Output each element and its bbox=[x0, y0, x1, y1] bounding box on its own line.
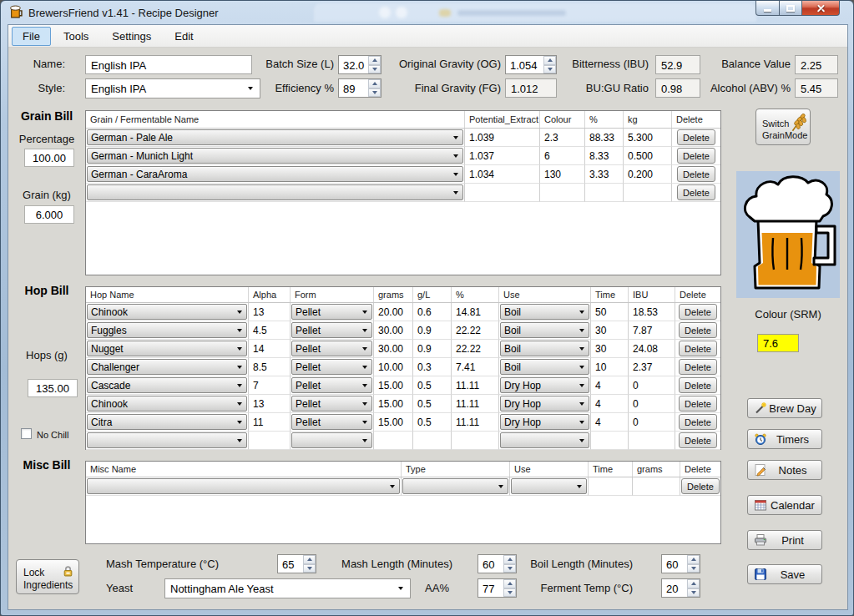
spin-down-button[interactable] bbox=[503, 564, 516, 573]
grain-pct-cell[interactable]: 88.33 bbox=[585, 129, 624, 147]
hop-alpha-cell[interactable]: 13 bbox=[249, 303, 291, 321]
hop-name-select[interactable] bbox=[87, 432, 247, 448]
menu-tools[interactable]: Tools bbox=[53, 27, 99, 46]
hop-name-select[interactable]: Nugget bbox=[87, 341, 247, 356]
hop-pct-cell[interactable]: 22.22 bbox=[452, 321, 499, 340]
misc-grams-cell[interactable] bbox=[633, 477, 680, 496]
hop-name-select[interactable]: Challenger bbox=[87, 359, 247, 375]
hop-ibu-cell[interactable]: 18.53 bbox=[629, 303, 675, 321]
delete-row-button[interactable]: Delete bbox=[679, 377, 717, 393]
save-button[interactable]: Save bbox=[747, 564, 822, 584]
spin-up-button[interactable] bbox=[503, 555, 516, 564]
hop-use-select[interactable]: Boil bbox=[500, 322, 589, 338]
spin-down-button[interactable] bbox=[303, 564, 316, 573]
spin-up-button[interactable] bbox=[687, 579, 700, 588]
grain-name-select[interactable]: German - CaraAroma bbox=[87, 166, 463, 182]
hop-time-cell[interactable] bbox=[591, 432, 629, 450]
delete-row-button[interactable]: Delete bbox=[677, 184, 715, 200]
delete-row-button[interactable]: Delete bbox=[677, 166, 715, 182]
hop-pct-cell[interactable] bbox=[452, 432, 499, 450]
delete-row-button[interactable]: Delete bbox=[677, 129, 715, 145]
hop-gl-cell[interactable]: 0.5 bbox=[413, 395, 452, 413]
delete-row-button[interactable]: Delete bbox=[679, 432, 717, 448]
hop-grams-cell[interactable] bbox=[374, 432, 413, 450]
delete-row-button[interactable]: Delete bbox=[679, 322, 717, 338]
grain-colour-cell[interactable]: 130 bbox=[540, 165, 585, 184]
spin-up-button[interactable] bbox=[303, 555, 316, 564]
spin-down-button[interactable] bbox=[368, 88, 381, 98]
hop-ibu-cell[interactable]: 0 bbox=[629, 395, 675, 413]
hop-time-cell[interactable]: 30 bbox=[591, 321, 629, 340]
spin-up-button[interactable] bbox=[543, 56, 556, 65]
hop-ibu-cell[interactable]: 2.37 bbox=[629, 358, 675, 376]
hop-alpha-cell[interactable]: 8.5 bbox=[249, 358, 291, 376]
hop-form-select[interactable]: Pellet bbox=[291, 359, 372, 375]
hop-gl-cell[interactable] bbox=[413, 432, 452, 450]
hop-alpha-cell[interactable]: 4.5 bbox=[249, 321, 291, 340]
close-button[interactable] bbox=[802, 1, 840, 16]
hop-time-cell[interactable]: 10 bbox=[591, 358, 629, 376]
brew-day-button[interactable]: Brew Day bbox=[747, 398, 822, 418]
hop-name-select[interactable]: Chinook bbox=[87, 304, 247, 320]
grain-extract-cell[interactable] bbox=[465, 184, 540, 202]
hop-use-select[interactable]: Dry Hop bbox=[500, 414, 589, 430]
grain-pct-cell[interactable] bbox=[585, 184, 624, 202]
hop-time-cell[interactable]: 4 bbox=[591, 413, 629, 432]
spin-up-button[interactable] bbox=[368, 79, 381, 88]
menu-edit[interactable]: Edit bbox=[164, 27, 204, 46]
hop-pct-cell[interactable]: 22.22 bbox=[452, 340, 499, 358]
switch-grain-mode-button[interactable]: SwitchGrainMode bbox=[755, 109, 811, 145]
hop-form-select[interactable]: Pellet bbox=[291, 322, 372, 338]
hop-pct-cell[interactable]: 11.11 bbox=[452, 395, 499, 413]
grain-name-select[interactable] bbox=[87, 184, 463, 200]
hop-pct-cell[interactable]: 14.81 bbox=[452, 303, 499, 321]
hop-form-select[interactable] bbox=[291, 432, 372, 448]
hop-ibu-cell[interactable]: 0 bbox=[629, 376, 675, 395]
hop-gl-cell[interactable]: 0.6 bbox=[413, 303, 452, 321]
delete-row-button[interactable]: Delete bbox=[679, 414, 717, 430]
grain-extract-cell[interactable]: 1.034 bbox=[465, 165, 540, 184]
ferment-temp-spinner[interactable]: 20 bbox=[661, 578, 700, 598]
grain-extract-cell[interactable]: 1.039 bbox=[465, 129, 540, 147]
grain-name-select[interactable]: German - Munich Light bbox=[87, 148, 463, 164]
hop-ibu-cell[interactable]: 7.87 bbox=[629, 321, 675, 340]
boil-length-spinner[interactable]: 60 bbox=[661, 554, 700, 573]
calendar-button[interactable]: Calendar bbox=[747, 495, 822, 515]
spin-up-button[interactable] bbox=[687, 555, 700, 564]
delete-row-button[interactable]: Delete bbox=[677, 148, 715, 164]
hop-gl-cell[interactable]: 0.9 bbox=[413, 340, 452, 358]
no-chill-checkbox[interactable] bbox=[21, 428, 32, 439]
hop-form-select[interactable]: Pellet bbox=[291, 341, 372, 356]
hop-grams-cell[interactable]: 20.00 bbox=[374, 303, 413, 321]
hop-grams-cell[interactable]: 15.00 bbox=[374, 413, 413, 432]
hop-use-select[interactable]: Dry Hop bbox=[500, 396, 589, 412]
spin-down-button[interactable] bbox=[368, 65, 381, 74]
menu-settings[interactable]: Settings bbox=[101, 27, 162, 46]
menu-file[interactable]: File bbox=[12, 27, 51, 46]
spin-down-button[interactable] bbox=[687, 588, 700, 598]
hop-time-cell[interactable]: 4 bbox=[591, 395, 629, 413]
delete-row-button[interactable]: Delete bbox=[681, 478, 720, 494]
spin-up-button[interactable] bbox=[368, 56, 381, 65]
delete-row-button[interactable]: Delete bbox=[679, 396, 717, 412]
spin-up-button[interactable] bbox=[503, 579, 516, 588]
hop-grams-cell[interactable]: 10.00 bbox=[374, 358, 413, 376]
misc-use-select[interactable] bbox=[511, 478, 587, 494]
hop-gl-cell[interactable]: 0.5 bbox=[413, 376, 452, 395]
delete-row-button[interactable]: Delete bbox=[679, 304, 717, 320]
hop-ibu-cell[interactable] bbox=[629, 432, 675, 450]
hop-grams-cell[interactable]: 15.00 bbox=[374, 395, 413, 413]
hop-alpha-cell[interactable] bbox=[249, 432, 291, 450]
print-button[interactable]: Print bbox=[747, 530, 822, 550]
hop-ibu-cell[interactable]: 24.08 bbox=[629, 340, 675, 358]
hop-use-select[interactable]: Boil bbox=[500, 341, 589, 356]
maximize-button[interactable] bbox=[780, 1, 802, 16]
hop-name-select[interactable]: Citra bbox=[87, 414, 247, 430]
misc-name-select[interactable] bbox=[87, 478, 400, 494]
misc-time-cell[interactable] bbox=[589, 477, 633, 496]
grain-colour-cell[interactable]: 6 bbox=[540, 147, 585, 165]
lock-ingredients-button[interactable]: LockIngredients bbox=[16, 559, 79, 594]
hop-alpha-cell[interactable]: 14 bbox=[249, 340, 291, 358]
hop-gl-cell[interactable]: 0.9 bbox=[413, 321, 452, 340]
timers-button[interactable]: Timers bbox=[747, 429, 822, 449]
